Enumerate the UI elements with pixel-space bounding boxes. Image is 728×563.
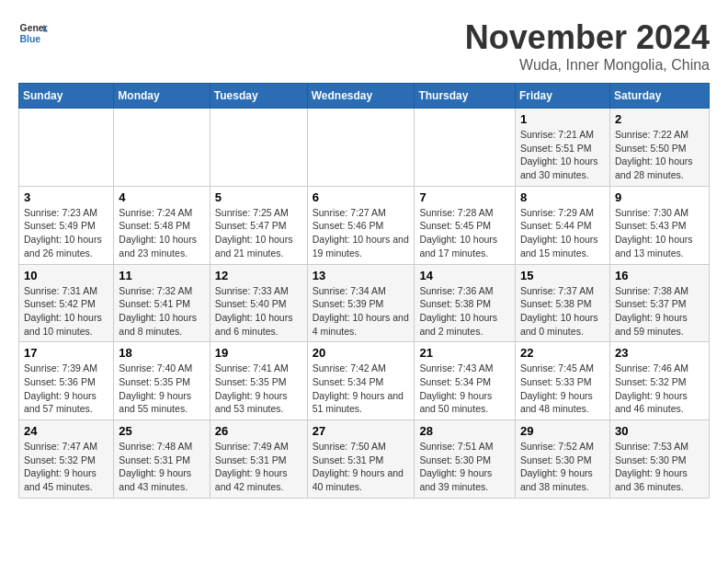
day-info: Sunrise: 7:43 AM Sunset: 5:34 PM Dayligh… — [419, 362, 510, 416]
day-number: 10 — [24, 269, 108, 282]
day-info: Sunrise: 7:51 AM Sunset: 5:30 PM Dayligh… — [419, 440, 510, 494]
day-cell: 20Sunrise: 7:42 AM Sunset: 5:34 PM Dayli… — [307, 342, 415, 420]
weekday-header-row: SundayMondayTuesdayWednesdayThursdayFrid… — [19, 84, 710, 109]
day-number: 14 — [419, 269, 510, 282]
day-cell: 19Sunrise: 7:41 AM Sunset: 5:35 PM Dayli… — [210, 342, 307, 420]
day-number: 29 — [520, 424, 605, 438]
day-number: 27 — [313, 424, 410, 438]
day-info: Sunrise: 7:38 AM Sunset: 5:37 PM Dayligh… — [615, 284, 704, 339]
day-info: Sunrise: 7:21 AM Sunset: 5:51 PM Dayligh… — [520, 128, 605, 182]
day-info: Sunrise: 7:47 AM Sunset: 5:32 PM Dayligh… — [24, 440, 108, 494]
day-info: Sunrise: 7:42 AM Sunset: 5:34 PM Dayligh… — [313, 362, 410, 416]
day-number: 19 — [215, 346, 302, 360]
day-info: Sunrise: 7:32 AM Sunset: 5:41 PM Dayligh… — [119, 284, 204, 339]
day-info: Sunrise: 7:46 AM Sunset: 5:32 PM Dayligh… — [615, 362, 704, 416]
day-number: 3 — [24, 190, 108, 204]
day-cell — [307, 109, 415, 187]
day-cell: 28Sunrise: 7:51 AM Sunset: 5:30 PM Dayli… — [415, 420, 516, 499]
day-number: 6 — [313, 190, 410, 204]
day-number: 26 — [215, 424, 302, 438]
day-cell: 15Sunrise: 7:37 AM Sunset: 5:38 PM Dayli… — [515, 264, 609, 342]
logo-icon: General Blue — [18, 18, 48, 48]
day-cell: 11Sunrise: 7:32 AM Sunset: 5:41 PM Dayli… — [114, 264, 210, 342]
day-number: 15 — [520, 269, 605, 282]
month-title: November 2024 — [465, 18, 710, 57]
day-number: 13 — [313, 269, 410, 282]
day-info: Sunrise: 7:23 AM Sunset: 5:49 PM Dayligh… — [24, 206, 108, 260]
day-number: 22 — [520, 346, 605, 360]
day-number: 9 — [615, 190, 704, 204]
day-cell — [415, 109, 516, 187]
day-info: Sunrise: 7:36 AM Sunset: 5:38 PM Dayligh… — [419, 284, 510, 339]
day-cell — [210, 109, 307, 187]
day-cell: 1Sunrise: 7:21 AM Sunset: 5:51 PM Daylig… — [515, 109, 609, 187]
day-number: 21 — [419, 346, 510, 360]
weekday-header-saturday: Saturday — [609, 84, 709, 109]
day-number: 25 — [119, 424, 204, 438]
day-info: Sunrise: 7:29 AM Sunset: 5:44 PM Dayligh… — [520, 206, 605, 260]
day-number: 5 — [215, 190, 302, 204]
day-cell — [19, 109, 114, 187]
day-number: 12 — [215, 269, 302, 282]
day-cell: 5Sunrise: 7:25 AM Sunset: 5:47 PM Daylig… — [210, 186, 307, 264]
day-info: Sunrise: 7:50 AM Sunset: 5:31 PM Dayligh… — [313, 440, 410, 494]
day-cell: 22Sunrise: 7:45 AM Sunset: 5:33 PM Dayli… — [515, 342, 609, 420]
day-cell: 6Sunrise: 7:27 AM Sunset: 5:46 PM Daylig… — [307, 186, 415, 264]
day-cell: 2Sunrise: 7:22 AM Sunset: 5:50 PM Daylig… — [609, 109, 709, 187]
day-info: Sunrise: 7:41 AM Sunset: 5:35 PM Dayligh… — [215, 362, 302, 416]
day-info: Sunrise: 7:45 AM Sunset: 5:33 PM Dayligh… — [520, 362, 605, 416]
location-title: Wuda, Inner Mongolia, China — [465, 57, 710, 74]
day-cell: 9Sunrise: 7:30 AM Sunset: 5:43 PM Daylig… — [609, 186, 709, 264]
day-info: Sunrise: 7:37 AM Sunset: 5:38 PM Dayligh… — [520, 284, 605, 339]
day-cell: 23Sunrise: 7:46 AM Sunset: 5:32 PM Dayli… — [609, 342, 709, 420]
day-number: 2 — [615, 112, 704, 126]
day-number: 17 — [24, 346, 108, 360]
day-number: 7 — [419, 190, 510, 204]
day-cell: 26Sunrise: 7:49 AM Sunset: 5:31 PM Dayli… — [210, 420, 307, 499]
weekday-header-friday: Friday — [515, 84, 609, 109]
day-cell: 21Sunrise: 7:43 AM Sunset: 5:34 PM Dayli… — [415, 342, 516, 420]
week-row-2: 3Sunrise: 7:23 AM Sunset: 5:49 PM Daylig… — [19, 186, 710, 264]
day-info: Sunrise: 7:40 AM Sunset: 5:35 PM Dayligh… — [119, 362, 204, 416]
weekday-header-sunday: Sunday — [19, 84, 114, 109]
day-cell: 30Sunrise: 7:53 AM Sunset: 5:30 PM Dayli… — [609, 420, 709, 499]
day-number: 8 — [520, 190, 605, 204]
header: General Blue November 2024 Wuda, Inner M… — [18, 18, 710, 74]
week-row-5: 24Sunrise: 7:47 AM Sunset: 5:32 PM Dayli… — [19, 420, 710, 499]
calendar-table: SundayMondayTuesdayWednesdayThursdayFrid… — [18, 83, 710, 499]
day-info: Sunrise: 7:52 AM Sunset: 5:30 PM Dayligh… — [520, 440, 605, 494]
day-info: Sunrise: 7:48 AM Sunset: 5:31 PM Dayligh… — [119, 440, 204, 494]
day-number: 16 — [615, 269, 704, 282]
day-info: Sunrise: 7:27 AM Sunset: 5:46 PM Dayligh… — [313, 206, 410, 260]
day-number: 18 — [119, 346, 204, 360]
title-area: November 2024 Wuda, Inner Mongolia, Chin… — [465, 18, 710, 74]
day-number: 1 — [520, 112, 605, 126]
day-number: 28 — [419, 424, 510, 438]
day-info: Sunrise: 7:30 AM Sunset: 5:43 PM Dayligh… — [615, 206, 704, 260]
day-number: 24 — [24, 424, 108, 438]
day-cell: 17Sunrise: 7:39 AM Sunset: 5:36 PM Dayli… — [19, 342, 114, 420]
day-info: Sunrise: 7:31 AM Sunset: 5:42 PM Dayligh… — [24, 284, 108, 339]
day-cell: 4Sunrise: 7:24 AM Sunset: 5:48 PM Daylig… — [114, 186, 210, 264]
day-cell: 29Sunrise: 7:52 AM Sunset: 5:30 PM Dayli… — [515, 420, 609, 499]
day-cell: 16Sunrise: 7:38 AM Sunset: 5:37 PM Dayli… — [609, 264, 709, 342]
logo: General Blue — [18, 18, 48, 48]
day-info: Sunrise: 7:49 AM Sunset: 5:31 PM Dayligh… — [215, 440, 302, 494]
day-info: Sunrise: 7:24 AM Sunset: 5:48 PM Dayligh… — [119, 206, 204, 260]
day-number: 20 — [313, 346, 410, 360]
day-number: 23 — [615, 346, 704, 360]
day-info: Sunrise: 7:33 AM Sunset: 5:40 PM Dayligh… — [215, 284, 302, 339]
day-cell: 3Sunrise: 7:23 AM Sunset: 5:49 PM Daylig… — [19, 186, 114, 264]
day-info: Sunrise: 7:28 AM Sunset: 5:45 PM Dayligh… — [419, 206, 510, 260]
week-row-3: 10Sunrise: 7:31 AM Sunset: 5:42 PM Dayli… — [19, 264, 710, 342]
day-cell — [114, 109, 210, 187]
weekday-header-tuesday: Tuesday — [210, 84, 307, 109]
day-cell: 10Sunrise: 7:31 AM Sunset: 5:42 PM Dayli… — [19, 264, 114, 342]
day-cell: 18Sunrise: 7:40 AM Sunset: 5:35 PM Dayli… — [114, 342, 210, 420]
day-info: Sunrise: 7:34 AM Sunset: 5:39 PM Dayligh… — [313, 284, 410, 339]
day-number: 30 — [615, 424, 704, 438]
day-info: Sunrise: 7:39 AM Sunset: 5:36 PM Dayligh… — [24, 362, 108, 416]
day-info: Sunrise: 7:22 AM Sunset: 5:50 PM Dayligh… — [615, 128, 704, 182]
day-cell: 8Sunrise: 7:29 AM Sunset: 5:44 PM Daylig… — [515, 186, 609, 264]
weekday-header-wednesday: Wednesday — [307, 84, 415, 109]
